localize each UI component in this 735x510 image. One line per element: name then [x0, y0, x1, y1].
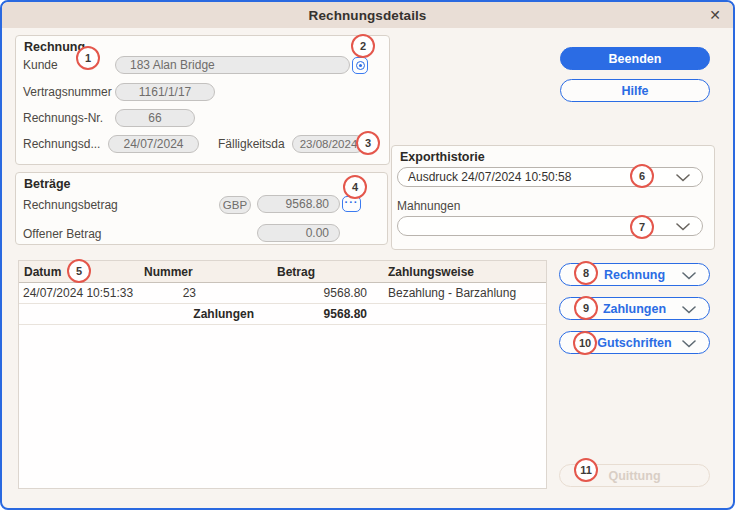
close-icon: ✕: [709, 7, 721, 23]
dialog-title: Rechnungsdetails: [309, 8, 427, 23]
currency-badge: GBP: [219, 196, 251, 214]
annotation-2: 2: [351, 34, 375, 58]
summary-betrag: 9568.80: [259, 307, 374, 321]
annotation-4: 4: [343, 175, 367, 199]
offener-betrag-label: Offener Betrag: [23, 227, 102, 241]
chevron-down-icon: [682, 340, 696, 348]
mahnungen-label: Mahnungen: [397, 199, 460, 213]
titlebar: Rechnungsdetails ✕: [2, 2, 733, 28]
section-rechnung-title: Rechnung: [24, 40, 85, 54]
cell-betrag: 9568.80: [259, 286, 374, 300]
annotation-5: 5: [67, 259, 91, 283]
annotation-1: 1: [76, 46, 100, 70]
cell-nummer: 23: [139, 286, 259, 300]
summary-label: Zahlungen: [19, 307, 259, 321]
cell-zahlungsweise: Bezahlung - Barzahlung: [374, 286, 546, 300]
faelligkeitsdatum-field: 23/08/2024: [292, 135, 365, 153]
table-summary-row: Zahlungen 9568.80: [19, 304, 546, 325]
annotation-8: 8: [574, 261, 598, 285]
annotation-7: 7: [630, 215, 654, 239]
column-header-betrag: Betrag: [259, 265, 374, 279]
rechnungsdatum-label: Rechnungsd...: [23, 137, 100, 151]
exporthistorie-select[interactable]: Ausdruck 24/07/2024 10:50:58: [397, 167, 703, 187]
hilfe-button[interactable]: Hilfe: [560, 79, 710, 102]
rechnungsdatum-field: 24/07/2024: [108, 135, 199, 153]
customer-lookup-button[interactable]: [352, 57, 368, 74]
table-row[interactable]: 24/07/2024 10:51:33 23 9568.80 Bezahlung…: [19, 283, 546, 304]
annotation-6: 6: [630, 164, 654, 188]
table-header-row: Datum Nummer Betrag Zahlungsweise: [19, 261, 546, 283]
column-header-nummer: Nummer: [139, 265, 259, 279]
kunde-label: Kunde: [23, 58, 58, 72]
annotation-3: 3: [356, 131, 380, 155]
beenden-button[interactable]: Beenden: [560, 47, 710, 70]
gutschriften-menu-label: Gutschriften: [597, 336, 671, 350]
rechnungsbetrag-label: Rechnungsbetrag: [23, 198, 118, 212]
zahlungen-menu-label: Zahlungen: [603, 302, 666, 316]
invoice-details-dialog: Rechnungsdetails ✕ Rechnung Kunde 183 Al…: [0, 0, 735, 510]
chevron-down-icon: [682, 272, 696, 280]
offener-betrag-field: 0.00: [257, 224, 340, 242]
close-button[interactable]: ✕: [705, 6, 725, 24]
section-betraege-title: Beträge: [24, 177, 71, 191]
rechnungs-nr-field: 66: [115, 109, 195, 127]
chevron-down-icon: [676, 223, 690, 231]
section-exporthistorie-title: Exporthistorie: [400, 150, 485, 164]
annotation-10: 10: [573, 331, 597, 355]
vertragsnummer-label: Vertragsnummer: [23, 85, 112, 99]
customer-lookup-icon: [356, 61, 365, 70]
column-header-zahlungsweise: Zahlungsweise: [374, 265, 546, 279]
annotation-9: 9: [574, 296, 598, 320]
cell-datum: 24/07/2024 10:51:33: [19, 286, 139, 300]
annotation-11: 11: [574, 458, 598, 482]
faelligkeitsdatum-label: Fälligkeitsda: [218, 137, 285, 151]
rechnungsbetrag-field: 9568.80: [257, 195, 340, 213]
vertragsnummer-field: 1161/1/17: [115, 83, 215, 101]
kunde-field: 183 Alan Bridge: [115, 56, 350, 74]
mahnungen-select[interactable]: [397, 216, 703, 236]
chevron-down-icon: [682, 306, 696, 314]
payments-table: Datum Nummer Betrag Zahlungsweise 24/07/…: [18, 260, 547, 489]
exporthistorie-selected-value: Ausdruck 24/07/2024 10:50:58: [408, 170, 571, 184]
rechnungs-nr-label: Rechnungs-Nr.: [23, 111, 103, 125]
chevron-down-icon: [676, 174, 690, 182]
rechnung-menu-label: Rechnung: [604, 268, 665, 282]
